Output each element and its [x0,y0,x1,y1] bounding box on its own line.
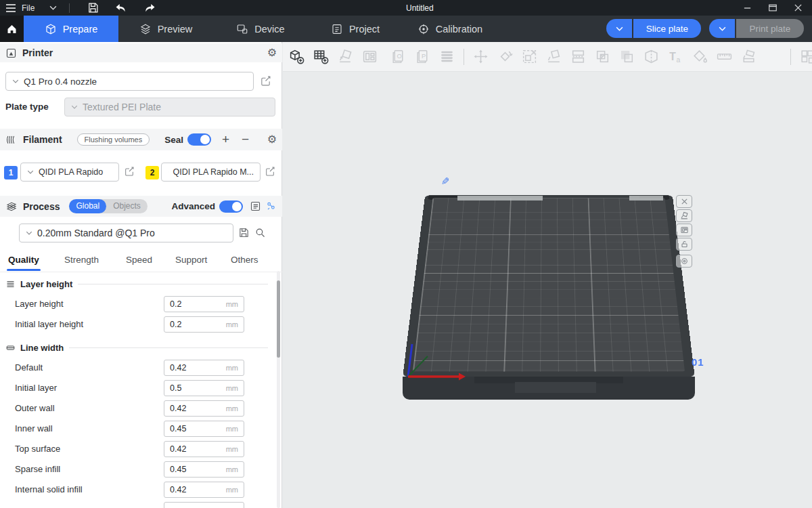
param-label: Initial layer height [15,319,83,329]
advanced-toggle[interactable] [219,200,243,213]
plate-number-label[interactable]: 01 [692,356,704,368]
remove-filament-button[interactable]: − [242,132,249,147]
tab-prepare[interactable]: Prepare [24,16,118,42]
save-preset-button[interactable] [238,227,250,238]
edit-filament-1-button[interactable] [124,166,135,177]
close-button[interactable] [794,3,803,12]
tab-label: Calibration [436,24,482,35]
variable-layer-height-button[interactable] [436,44,458,70]
split-to-objects-button[interactable]: O [387,44,409,70]
param-input[interactable]: 0.45 mm [164,421,244,437]
process-tab-others[interactable]: Others [231,255,258,265]
param-input[interactable]: 0.2 mm [164,296,244,312]
arrange-button[interactable] [359,44,381,70]
scope-objects-button[interactable]: Objects [106,199,148,213]
chevron-down-icon [168,170,168,174]
param-input[interactable]: 0.5 mm [164,380,244,396]
process-tab-quality[interactable]: Quality [8,255,39,265]
plate-settings-button[interactable] [676,255,692,268]
save-button[interactable] [87,2,99,14]
filament-settings-gear-icon[interactable]: ⚙ [267,134,277,145]
minimize-button[interactable] [743,3,752,12]
lay-on-face-button[interactable] [543,44,565,70]
tab-preview[interactable]: Preview [118,16,213,42]
compare-presets-button[interactable] [250,200,261,212]
process-preset-dropdown[interactable]: 0.20mm Standard @Q1 Pro [19,224,233,242]
print-options-button[interactable] [709,19,735,38]
param-input[interactable]: 0.2 mm [164,316,244,333]
slice-options-button[interactable] [606,19,632,38]
rotate-button[interactable] [494,44,516,70]
split-to-parts-button[interactable]: P [411,44,434,70]
tab-calibration[interactable]: Calibration [403,16,497,42]
section-title: Layer height [20,279,72,289]
lock-plate-button[interactable] [676,238,692,251]
slice-plate-button[interactable]: Slice plate [633,19,701,38]
line-width-icon [5,343,16,353]
3d-viewport[interactable]: O P [283,42,812,508]
split-button[interactable] [567,44,589,70]
filament-2-badge[interactable]: 2 [145,166,159,179]
filament-2-dropdown[interactable]: QIDI PLA Rapido M... [161,163,261,182]
rotate-icon [497,48,514,65]
mesh-boolean-button[interactable] [591,44,614,70]
process-tab-strength[interactable]: Strength [64,255,99,265]
printer-preset-dropdown[interactable]: Q1 Pro 0.4 nozzle [5,72,254,91]
param-input[interactable]: 0.42 mm [164,400,244,417]
param-input[interactable] [164,502,244,508]
mesh-boolean-subtract-button[interactable] [616,44,638,70]
redo-button[interactable] [143,3,156,14]
param-input[interactable]: 0.42 mm [164,482,244,498]
minimize-icon [743,3,752,12]
hamburger-menu-icon[interactable] [5,3,16,13]
param-input[interactable]: 0.42 mm [164,360,244,376]
move-button[interactable] [470,44,492,70]
cut-button[interactable] [640,44,662,70]
home-button[interactable] [0,16,24,42]
file-menu[interactable]: File [22,3,35,13]
flushing-volumes-button[interactable]: Flushing volumes [77,133,150,146]
rename-plate-icon[interactable]: ✎ [441,175,450,188]
search-params-button[interactable] [265,200,277,212]
param-row: Outer wall 0.42 mm [0,398,273,419]
scope-global-button[interactable]: Global [69,199,106,213]
text-tool-button[interactable]: Ta [664,44,687,70]
tab-device[interactable]: Device [213,16,308,42]
measure-button[interactable] [713,44,736,70]
seam-paint-button[interactable] [738,44,760,70]
add-plate-button[interactable] [310,44,332,70]
tab-project[interactable]: Project [308,16,403,42]
maximize-button[interactable] [768,3,777,12]
add-object-button[interactable] [286,44,308,70]
process-tab-support[interactable]: Support [175,255,207,265]
section-line-width: Line width [5,341,268,354]
auto-orient-button[interactable] [334,44,357,70]
arrange-plate-button[interactable] [676,224,692,236]
filament-1-badge[interactable]: 1 [4,166,18,179]
add-filament-button[interactable]: + [222,132,229,147]
printer-settings-gear-icon[interactable]: ⚙ [267,47,277,58]
undo-button[interactable] [115,3,127,14]
delete-plate-button[interactable] [676,195,692,208]
param-input[interactable]: 0.45 mm [164,461,244,478]
param-unit: mm [226,320,238,329]
assembly-view-button[interactable] [796,44,812,70]
hamburger-icon [5,3,16,13]
search-preset-button[interactable] [254,227,266,238]
text-tool-icon: Ta [667,48,684,65]
sidebar-scrollbar-thumb[interactable] [277,280,280,358]
edit-filament-2-button[interactable] [265,166,275,177]
edit-printer-button[interactable] [260,75,271,87]
seal-toggle[interactable] [187,133,211,146]
plate-type-dropdown[interactable]: Textured PEI Plate [64,98,275,117]
file-menu-chevron[interactable] [49,5,57,10]
print-plate-button[interactable]: Print plate [736,19,804,38]
filament-1-dropdown[interactable]: QIDI PLA Rapido [20,163,119,182]
scale-button[interactable] [518,44,541,70]
param-input[interactable]: 0.42 mm [164,441,244,457]
process-tab-speed[interactable]: Speed [126,255,152,265]
scope-segmented-control: Global Objects [69,199,147,213]
color-paint-icon [692,48,708,65]
color-paint-button[interactable] [689,44,711,70]
auto-orient-plate-button[interactable] [676,209,692,222]
